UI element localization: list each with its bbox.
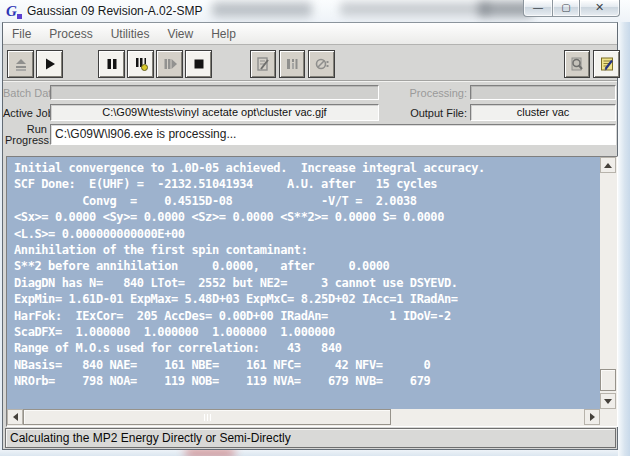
resume-button[interactable]: [156, 50, 183, 78]
window-border-bottom: [0, 450, 618, 456]
edit-batch-button[interactable]: [250, 50, 276, 78]
pause-icon: [104, 56, 120, 72]
load-input-button[interactable]: [7, 50, 34, 78]
scroll-left-button[interactable]: [7, 409, 23, 425]
scroll-up-icon: [604, 163, 612, 168]
view-output-button[interactable]: [564, 50, 590, 78]
background-blur-blob: [340, 2, 490, 16]
processing-label: Processing:: [399, 87, 467, 99]
pause-button[interactable]: [98, 50, 125, 78]
vertical-scroll-thumb[interactable]: [600, 369, 616, 391]
scroll-left-icon: [13, 413, 18, 421]
background-blur-blob: [185, 450, 235, 456]
menu-item-process[interactable]: Process: [40, 24, 101, 44]
gaussian-logo-icon: G: [6, 3, 22, 19]
output-file-label: Output File:: [399, 107, 467, 119]
stop-icon: [191, 56, 207, 72]
title-bar: G Gaussian 09 Revision-A.02-SMP — ▢ ✕: [0, 0, 630, 22]
gaussian-app-window: G Gaussian 09 Revision-A.02-SMP — ▢ ✕ Fi…: [0, 0, 630, 456]
active-job-label: Active Job:: [3, 107, 47, 119]
window-title: Gaussian 09 Revision-A.02-SMP: [27, 4, 202, 18]
background-blur-blob: [212, 2, 312, 17]
menu-item-utilities[interactable]: Utilities: [102, 24, 159, 44]
menu-item-view[interactable]: View: [158, 24, 202, 44]
resume-icon: [162, 56, 178, 72]
output-text-area[interactable]: Initial convergence to 1.0D-05 achieved.…: [6, 156, 618, 427]
stop-button[interactable]: [185, 50, 212, 78]
pause-next-link-button[interactable]: [127, 50, 154, 78]
output-file-field[interactable]: cluster vac: [470, 104, 616, 121]
scroll-right-icon: [590, 413, 595, 421]
window-content: File Process Utilities View Help: [2, 22, 618, 450]
magnifier-document-icon: [569, 56, 585, 72]
abort-icon: [314, 56, 330, 72]
pause-next-link-icon: [133, 56, 149, 72]
menu-item-help[interactable]: Help: [202, 24, 245, 44]
menu-item-file[interactable]: File: [3, 24, 40, 44]
menu-bar: File Process Utilities View Help: [3, 23, 617, 45]
run-progress-label: Run Progress:: [5, 124, 47, 146]
batch-data-field[interactable]: [50, 85, 379, 100]
active-job-field[interactable]: C:\G09W\tests\vinyl acetate opt\cluster …: [50, 104, 379, 121]
minimize-icon: —: [533, 2, 543, 13]
window-border-right: [618, 22, 630, 456]
toolbar-divider: [3, 80, 617, 82]
eject-load-icon: [13, 56, 29, 72]
run-button[interactable]: [36, 50, 63, 78]
scroll-down-button[interactable]: [600, 393, 616, 409]
scroll-down-icon: [604, 399, 612, 404]
run-progress-field[interactable]: C:\G09W\l906.exe is processing...: [50, 124, 616, 145]
horizontal-scroll-thumb[interactable]: [23, 409, 391, 425]
scroll-up-button[interactable]: [600, 157, 616, 173]
close-button[interactable]: ✕: [580, 0, 620, 17]
edit-document-icon: [255, 56, 271, 72]
output-log-text[interactable]: Initial convergence to 1.0D-05 achieved.…: [7, 157, 600, 409]
close-icon: ✕: [595, 1, 604, 13]
edit-file-button[interactable]: [593, 50, 620, 78]
play-icon: [42, 56, 58, 72]
status-bar: Calculating the MP2 Energy Directly or S…: [5, 428, 616, 448]
minimize-button[interactable]: —: [523, 0, 552, 17]
scroll-right-button[interactable]: [584, 409, 600, 425]
window-controls: — ▢ ✕: [523, 0, 620, 17]
batch-list-icon: [284, 56, 300, 72]
scrollbar-corner: [600, 409, 617, 426]
maximize-button[interactable]: ▢: [552, 0, 580, 17]
batch-list-button[interactable]: [279, 50, 305, 78]
batch-data-label: Batch Data:: [3, 87, 47, 99]
notepad-pencil-icon: [599, 56, 615, 72]
horizontal-scrollbar[interactable]: [7, 409, 600, 426]
abort-job-button[interactable]: [308, 50, 335, 78]
maximize-icon: ▢: [561, 2, 570, 13]
vertical-scrollbar[interactable]: [600, 157, 617, 409]
processing-field[interactable]: [470, 85, 616, 100]
